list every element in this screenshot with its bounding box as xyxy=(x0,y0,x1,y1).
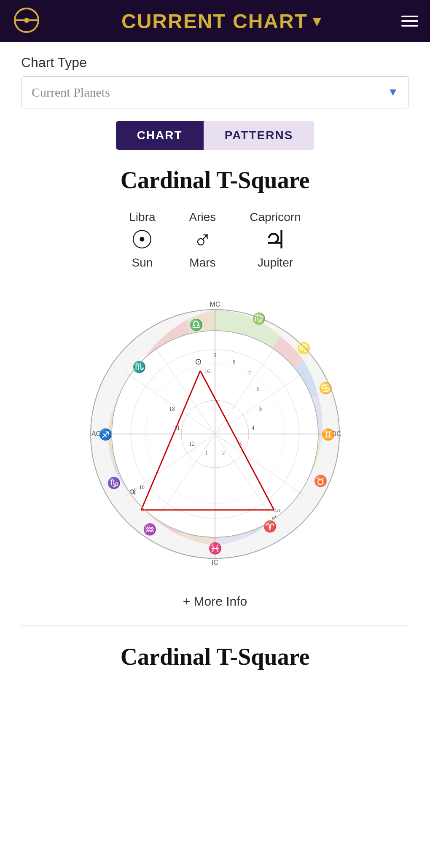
svg-text:2: 2 xyxy=(222,450,225,456)
planet-sign-mars: Aries xyxy=(189,210,216,224)
svg-text:18: 18 xyxy=(139,484,145,490)
main-content: Chart Type Current Planets ▼ CHART PATTE… xyxy=(0,42,430,683)
svg-text:3: 3 xyxy=(239,441,242,447)
dropdown-arrow-icon: ▼ xyxy=(387,86,398,99)
planet-item-sun: Libra ☉ Sun xyxy=(129,210,155,270)
svg-text:16: 16 xyxy=(204,368,210,374)
chart-type-value: Current Planets xyxy=(32,85,110,100)
chart-type-dropdown[interactable]: Current Planets ▼ xyxy=(21,76,409,108)
more-info-button[interactable]: + More Info xyxy=(21,594,409,609)
svg-text:♐: ♐ xyxy=(99,428,113,441)
planet-name-mars: Mars xyxy=(189,256,215,270)
svg-text:IC: IC xyxy=(212,559,218,566)
chart-type-label: Chart Type xyxy=(21,55,409,70)
svg-text:♎: ♎ xyxy=(189,318,203,332)
svg-text:18: 18 xyxy=(169,406,175,412)
planet-item-jupiter: Capricorn ♃ Jupiter xyxy=(250,210,301,270)
tab-group: CHART PATTERNS xyxy=(21,121,409,150)
planet-sign-jupiter: Capricorn xyxy=(250,210,301,224)
svg-text:12: 12 xyxy=(189,441,195,447)
svg-text:⊙: ⊙ xyxy=(195,357,202,366)
chart-wheel: 9 8 7 6 5 4 3 2 1 12 11 18 MC IC AC DC ♎… xyxy=(21,286,409,582)
svg-text:MC: MC xyxy=(210,301,220,308)
header-title[interactable]: CURRENT CHART ▾ xyxy=(121,10,321,33)
svg-text:♉: ♉ xyxy=(314,474,328,488)
logo[interactable] xyxy=(12,5,41,37)
hamburger-menu[interactable] xyxy=(401,16,418,27)
svg-text:7: 7 xyxy=(248,370,251,376)
svg-text:9: 9 xyxy=(214,352,217,359)
svg-text:♒: ♒ xyxy=(143,523,157,536)
svg-text:8: 8 xyxy=(233,359,236,366)
section-divider xyxy=(21,625,409,626)
planet-sign-sun: Libra xyxy=(129,210,155,224)
svg-text:11: 11 xyxy=(174,425,180,431)
planet-item-mars: Aries ♂ Mars xyxy=(189,210,216,270)
tab-patterns[interactable]: PATTERNS xyxy=(204,121,314,150)
svg-text:♊: ♊ xyxy=(321,428,335,441)
svg-text:♏: ♏ xyxy=(132,360,146,374)
bottom-pattern-title: Cardinal T-Square xyxy=(21,643,409,670)
svg-text:♓: ♓ xyxy=(208,542,222,555)
planet-name-jupiter: Jupiter xyxy=(258,256,293,270)
tab-chart[interactable]: CHART xyxy=(116,121,204,150)
svg-text:♍: ♍ xyxy=(252,312,266,325)
chevron-down-icon: ▾ xyxy=(313,12,321,30)
svg-point-2 xyxy=(24,18,29,23)
svg-text:6: 6 xyxy=(257,386,260,392)
pattern-title: Cardinal T-Square xyxy=(21,167,409,194)
planet-row: Libra ☉ Sun Aries ♂ Mars Capricorn ♃ Jup… xyxy=(21,210,409,270)
app-header: CURRENT CHART ▾ xyxy=(0,0,430,42)
svg-text:5: 5 xyxy=(259,406,262,412)
planet-symbol-sun: ☉ xyxy=(131,227,153,253)
svg-text:♑: ♑ xyxy=(107,476,121,490)
planet-symbol-mars: ♂ xyxy=(193,227,212,253)
planet-name-sun: Sun xyxy=(132,256,153,270)
svg-text:4: 4 xyxy=(252,425,255,431)
svg-text:1: 1 xyxy=(205,450,208,456)
planet-symbol-jupiter: ♃ xyxy=(264,227,287,253)
svg-text:22r: 22r xyxy=(273,507,281,513)
